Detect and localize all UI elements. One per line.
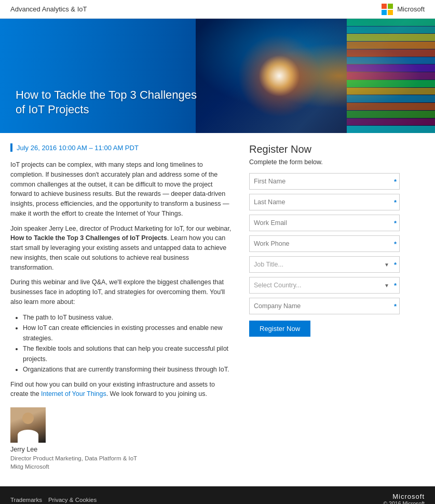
ms-logo-blue [382, 10, 387, 15]
top-header: Advanced Analytics & IoT Microsoft [0, 0, 435, 19]
speaker-title-line1: Director Product Marketing, Data Platfor… [10, 454, 234, 462]
trademarks-link[interactable]: Trademarks [10, 497, 42, 503]
ms-logo-green [388, 4, 393, 9]
list-item: Organizations that are currently transfo… [23, 364, 234, 375]
bullet-list: The path to IoT business value. How IoT … [23, 312, 234, 375]
iot-link[interactable]: Internet of Your Things [41, 390, 106, 397]
left-column: July 26, 2016 10:00 AM – 11:00 AM PDT Io… [10, 143, 249, 471]
body-para2: Join speaker Jerry Lee, director of Prod… [10, 224, 234, 273]
ms-logo-red [382, 4, 387, 9]
body-para4-suffix: . We look forward to you joining us. [106, 390, 207, 397]
ms-logo-text: Microsoft [397, 5, 425, 13]
list-item: How IoT can create efficiencies in exist… [23, 323, 234, 343]
last-name-required: * [394, 198, 397, 206]
footer-copyright: © 2016 Microsoft [383, 500, 425, 504]
company-required: * [394, 302, 397, 310]
work-email-input[interactable] [249, 215, 400, 231]
privacy-cookies-link[interactable]: Privacy & Cookies [48, 497, 97, 503]
first-name-required: * [394, 178, 397, 185]
last-name-field: * [249, 194, 400, 210]
first-name-field: * [249, 173, 400, 190]
work-email-field: * [249, 215, 400, 231]
ms-logo-yellow [388, 10, 393, 15]
work-phone-required: * [394, 240, 397, 248]
ms-logo-grid [382, 4, 393, 15]
register-subtitle: Complete the form below. [249, 158, 400, 166]
event-date-bar: July 26, 2016 10:00 AM – 11:00 AM PDT [10, 143, 234, 152]
register-section: Register Now Complete the form below. * … [249, 143, 400, 337]
main-content: July 26, 2016 10:00 AM – 11:00 AM PDT Io… [0, 133, 435, 471]
company-input[interactable] [249, 298, 400, 314]
work-phone-field: * [249, 235, 400, 252]
work-phone-input[interactable] [249, 235, 400, 252]
hero-glow-core [259, 55, 300, 97]
microsoft-logo: Microsoft [382, 4, 425, 15]
first-name-input[interactable] [249, 173, 400, 190]
country-select[interactable]: Select Country... United States Canada U… [249, 277, 400, 294]
speaker-photo [10, 407, 46, 443]
body-para2-bold: How to Tackle the Top 3 Challenges of Io… [10, 234, 167, 242]
list-item: The flexible tools and solutions that ca… [23, 343, 234, 364]
event-datetime: July 26, 2016 10:00 AM – 11:00 AM PDT [17, 144, 139, 152]
body-para4: Find out how you can build on your exist… [10, 380, 234, 400]
footer-right: Microsoft © 2016 Microsoft [383, 493, 425, 504]
hero-image [196, 19, 435, 133]
speaker-section: Jerry Lee Director Product Marketing, Da… [10, 407, 234, 471]
work-email-required: * [394, 219, 397, 227]
register-title: Register Now [249, 143, 400, 155]
speaker-name: Jerry Lee [10, 446, 234, 453]
speaker-title-line2: Mktg Microsoft [10, 462, 234, 471]
company-field: * [249, 298, 400, 314]
hero-title: How to Tackle the Top 3 Challenges of Io… [16, 88, 197, 117]
site-title: Advanced Analytics & IoT [10, 5, 87, 13]
footer-ms-brand: Microsoft [383, 493, 425, 500]
register-button[interactable]: Register Now [249, 321, 310, 337]
color-stripes [347, 19, 435, 133]
list-item: The path to IoT business value. [23, 312, 234, 323]
body-para3: During this webinar and live Q&A, we'll … [10, 277, 234, 307]
job-title-select[interactable]: Job Title... Director Manager Engineer E… [249, 256, 400, 273]
speaker-photo-inner [10, 407, 46, 443]
date-accent [10, 143, 12, 152]
country-field: Select Country... United States Canada U… [249, 277, 400, 294]
footer-links: Trademarks Privacy & Cookies [10, 497, 97, 503]
body-para1: IoT projects can be complex, with many s… [10, 160, 234, 219]
country-required: * [394, 282, 397, 289]
job-title-field: Job Title... Director Manager Engineer E… [249, 256, 400, 273]
hero-banner: How to Tackle the Top 3 Challenges of Io… [0, 19, 435, 133]
right-column: Register Now Complete the form below. * … [249, 143, 400, 471]
footer: Trademarks Privacy & Cookies Microsoft ©… [0, 486, 435, 504]
last-name-input[interactable] [249, 194, 400, 210]
job-title-required: * [394, 261, 397, 269]
body-para2-prefix: Join speaker Jerry Lee, director of Prod… [10, 225, 231, 232]
